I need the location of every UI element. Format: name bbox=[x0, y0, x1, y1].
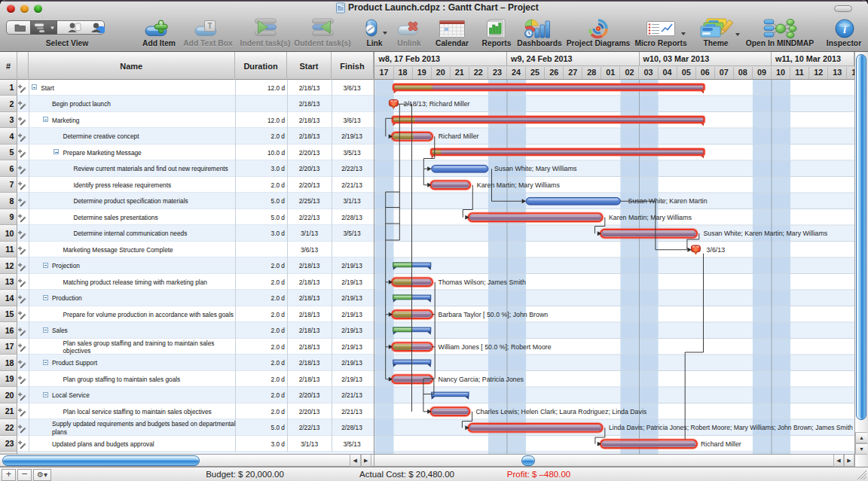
svg-text:Nancy Garcia; Patricia Jones: Nancy Garcia; Patricia Jones bbox=[439, 375, 524, 382]
svg-text:Thomas Wilson; James Smith: Thomas Wilson; James Smith bbox=[439, 278, 526, 285]
svg-text:Susan White; Mary Williams: Susan White; Mary Williams bbox=[494, 165, 577, 172]
svg-text:Charles Lewis; Helen Clark; La: Charles Lewis; Helen Clark; Laura Rodrig… bbox=[475, 407, 646, 415]
svg-text:Richard Miller: Richard Miller bbox=[439, 132, 479, 140]
svg-text:Susan White; Karen Martin; Mar: Susan White; Karen Martin; Mary Williams bbox=[704, 230, 828, 237]
svg-text:Linda Davis; Patricia Jones; R: Linda Davis; Patricia Jones; Robert Moor… bbox=[609, 424, 853, 431]
svg-text:Karen Martin; Mary Williams: Karen Martin; Mary Williams bbox=[609, 213, 692, 221]
svg-text:Karen Martin; Mary Williams: Karen Martin; Mary Williams bbox=[477, 181, 561, 188]
svg-text:3/6/13: 3/6/13 bbox=[707, 245, 726, 253]
svg-text:2/18/13; Richard Miller: 2/18/13; Richard Miller bbox=[404, 100, 470, 108]
svg-text:T: T bbox=[207, 22, 212, 30]
svg-text:Richard Miller: Richard Miller bbox=[701, 440, 741, 447]
svg-text:Barbara Taylor [ 50.0 %]; John: Barbara Taylor [ 50.0 %]; John Brown bbox=[439, 310, 549, 318]
svg-text:Susan White; Karen Martin: Susan White; Karen Martin bbox=[628, 197, 708, 205]
svg-text:William Jones [ 50.0 %]; Rober: William Jones [ 50.0 %]; Robert Moore bbox=[439, 342, 552, 350]
